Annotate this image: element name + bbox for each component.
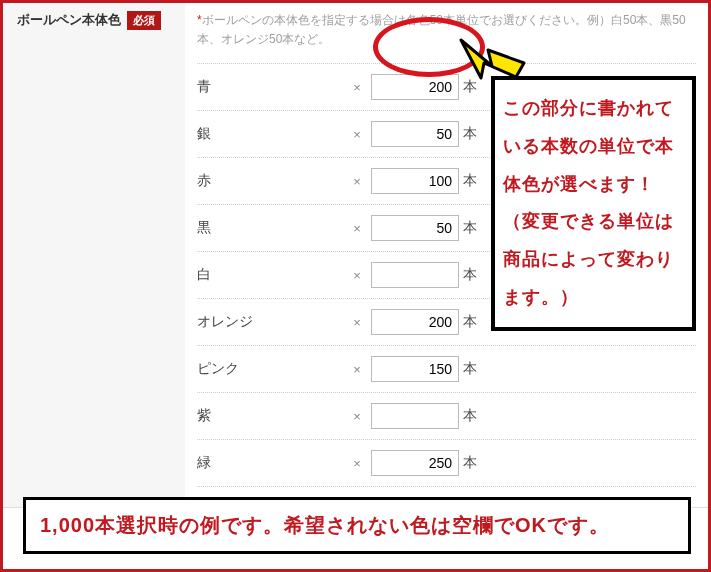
- section-label-cell: ボールペン本体色 必須: [3, 3, 185, 507]
- unit-label: 本: [463, 125, 477, 143]
- color-row: ピンク×本: [197, 346, 696, 393]
- quantity-input[interactable]: [371, 121, 459, 147]
- quantity-input[interactable]: [371, 309, 459, 335]
- bottom-note-box: 1,000本選択時の例です。希望されない色は空欄でOKです。: [23, 497, 691, 554]
- unit-label: 本: [463, 78, 477, 96]
- bottom-note-text: 1,000本選択時の例です。希望されない色は空欄でOKです。: [40, 514, 610, 536]
- multiply-icon: ×: [347, 268, 367, 283]
- multiply-icon: ×: [347, 127, 367, 142]
- color-label: 白: [197, 266, 347, 284]
- quantity-input[interactable]: [371, 262, 459, 288]
- multiply-icon: ×: [347, 409, 367, 424]
- quantity-input[interactable]: [371, 450, 459, 476]
- unit-label: 本: [463, 219, 477, 237]
- color-row: 緑×本: [197, 440, 696, 487]
- multiply-icon: ×: [347, 80, 367, 95]
- color-label: 赤: [197, 172, 347, 190]
- color-label: 黒: [197, 219, 347, 237]
- required-badge: 必須: [127, 11, 161, 30]
- unit-label: 本: [463, 266, 477, 284]
- callout-text: この部分に書かれている本数の単位で本体色が選べます！（変更できる単位は商品によっ…: [503, 98, 674, 307]
- unit-label: 本: [463, 454, 477, 472]
- quantity-input[interactable]: [371, 403, 459, 429]
- unit-label: 本: [463, 407, 477, 425]
- color-label: 緑: [197, 454, 347, 472]
- section-title: ボールペン本体色: [17, 11, 121, 29]
- color-label: 紫: [197, 407, 347, 425]
- multiply-icon: ×: [347, 362, 367, 377]
- color-label: オレンジ: [197, 313, 347, 331]
- quantity-input[interactable]: [371, 215, 459, 241]
- unit-label: 本: [463, 360, 477, 378]
- unit-label: 本: [463, 172, 477, 190]
- section-note: *ボールペンの本体色を指定する場合は各色50本単位でお選びください。例）白50本…: [197, 11, 696, 49]
- multiply-icon: ×: [347, 456, 367, 471]
- color-label: 青: [197, 78, 347, 96]
- quantity-input[interactable]: [371, 168, 459, 194]
- multiply-icon: ×: [347, 315, 367, 330]
- multiply-icon: ×: [347, 221, 367, 236]
- note-body: ボールペンの本体色を指定する場合は各色50本単位でお選びください。例）白50本、…: [197, 13, 686, 46]
- multiply-icon: ×: [347, 174, 367, 189]
- color-label: 銀: [197, 125, 347, 143]
- color-label: ピンク: [197, 360, 347, 378]
- outer-frame: ボールペン本体色 必須 *ボールペンの本体色を指定する場合は各色50本単位でお選…: [0, 0, 711, 572]
- quantity-input[interactable]: [371, 74, 459, 100]
- color-row: 紫×本: [197, 393, 696, 440]
- quantity-input[interactable]: [371, 356, 459, 382]
- unit-label: 本: [463, 313, 477, 331]
- callout-box: この部分に書かれている本数の単位で本体色が選べます！（変更できる単位は商品によっ…: [491, 76, 696, 331]
